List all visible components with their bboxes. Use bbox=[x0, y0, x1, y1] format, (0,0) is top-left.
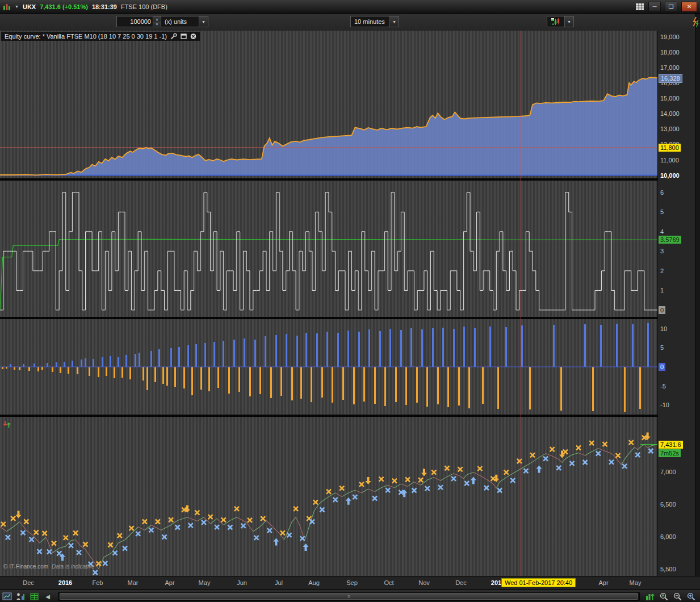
status-bar: ◀ ≡ bbox=[0, 590, 700, 602]
zoom-out-icon[interactable] bbox=[670, 591, 684, 601]
y-axis-tick: 18,000 bbox=[660, 49, 680, 56]
crosshair-price-badge: 11,800 bbox=[659, 144, 681, 152]
y-axis-tick: 5 bbox=[660, 208, 664, 215]
y-axis-tick: 15,000 bbox=[660, 95, 680, 102]
y-axis-tick: 4 bbox=[660, 228, 664, 235]
scroll-left-icon[interactable]: ◀ bbox=[41, 591, 55, 601]
indicator-value-badge: 3.5769 bbox=[659, 236, 681, 244]
time-scrollbar[interactable]: ≡ bbox=[58, 592, 640, 601]
y-axis-tick: 2 bbox=[660, 267, 664, 274]
market-name: FTSE 100 (DFB) bbox=[121, 3, 167, 10]
timeframe-label: 10 minutes bbox=[351, 16, 389, 27]
quantity-spinner: ▲ ▼ bbox=[153, 16, 161, 27]
indicative-note: Data is indicative bbox=[52, 563, 95, 570]
trading-platform-window: ▼ UKX 7,431.6 (+0.51%) 18:31:39 FTSE 100… bbox=[0, 0, 700, 602]
chart-toolbar: ▲ ▼ (x) units ▼ 10 minutes ▼ + bbox=[0, 14, 700, 31]
last-price-badge: 7,431.6 bbox=[659, 441, 683, 449]
chart-window-icon[interactable] bbox=[0, 591, 14, 601]
y-axis-tick: -10 bbox=[660, 402, 669, 408]
trade-gains-panel[interactable] bbox=[0, 319, 657, 415]
close-panel-icon[interactable] bbox=[190, 34, 196, 39]
x-axis-label: Jun bbox=[237, 579, 247, 586]
zoom-in-icon[interactable] bbox=[684, 591, 698, 601]
x-axis-label: Dec bbox=[455, 579, 467, 586]
quantity-up-button[interactable]: ▲ bbox=[153, 16, 161, 22]
workspace-grid-icon[interactable] bbox=[635, 3, 644, 11]
detach-window-icon[interactable] bbox=[181, 34, 187, 39]
zero-badge-gray: 0 bbox=[659, 306, 665, 314]
timeframe-select[interactable]: 10 minutes ▼ bbox=[350, 16, 399, 27]
equity-curve-plot bbox=[0, 31, 657, 178]
x-axis-label: Apr bbox=[598, 579, 608, 586]
zoom-auto-icon[interactable] bbox=[657, 591, 670, 601]
instrument-price-change: 7,431.6 (+0.51%) bbox=[40, 3, 88, 10]
maximize-button[interactable]: ❏ bbox=[665, 2, 677, 12]
quantity-control: ▲ ▼ bbox=[116, 16, 161, 27]
equity-panel-header: Equity curve: * Vanilla FTSE M10 (18 10 … bbox=[1, 32, 200, 41]
chart-style-caret[interactable]: ▼ bbox=[564, 16, 573, 27]
equity-panel-title: Equity curve: * Vanilla FTSE M10 (18 10 … bbox=[5, 33, 167, 40]
equity-last-value-badge: 16,328 bbox=[659, 74, 682, 83]
quantity-down-button[interactable]: ▼ bbox=[153, 22, 161, 27]
y-axis-tick: -5 bbox=[660, 383, 666, 390]
x-axis-label: Dec bbox=[23, 579, 34, 586]
y-axis-tick: 6,000 bbox=[660, 533, 676, 540]
fit-chart-icon[interactable] bbox=[643, 591, 657, 601]
right-scroll-strip[interactable] bbox=[695, 14, 700, 590]
x-axis-label: Jul bbox=[275, 579, 283, 586]
trade-gains-plot bbox=[0, 319, 657, 415]
position-size-panel[interactable] bbox=[0, 181, 657, 317]
chart-style-button[interactable]: + ▼ bbox=[547, 16, 574, 27]
data-provider-watermark: © IT-Finance.comData is indicative bbox=[3, 563, 95, 570]
y-axis-tick: 19,000 bbox=[660, 34, 680, 40]
y-axis-tick: 10,000 bbox=[660, 172, 680, 179]
minimize-button[interactable]: ─ bbox=[648, 2, 661, 12]
panel-separator[interactable] bbox=[0, 317, 700, 319]
y-axis-tick: 17,000 bbox=[660, 64, 680, 71]
chart-area: Equity curve: * Vanilla FTSE M10 (18 10 … bbox=[0, 31, 700, 576]
quotes-table-icon[interactable] bbox=[27, 591, 41, 601]
unit-mode-caret[interactable]: ▼ bbox=[199, 16, 208, 27]
timeframe-caret[interactable]: ▼ bbox=[389, 16, 399, 27]
y-axis-tick: 6,500 bbox=[660, 501, 676, 508]
streaming-status-icon[interactable] bbox=[692, 16, 699, 30]
x-axis-label: Oct bbox=[384, 579, 393, 586]
trade-arrows-icon[interactable] bbox=[3, 420, 11, 429]
panel-separator[interactable] bbox=[0, 178, 700, 181]
close-button[interactable]: ✕ bbox=[681, 2, 697, 12]
price-chart-panel[interactable] bbox=[0, 417, 657, 576]
instrument-chart-icon bbox=[3, 3, 11, 11]
y-axis-tick: 11,000 bbox=[660, 157, 679, 164]
y-axis-tick: 3 bbox=[660, 248, 664, 254]
x-axis-label: Apr bbox=[165, 579, 174, 586]
crosshair-vertical-line bbox=[521, 31, 521, 576]
x-axis-label: 2016 bbox=[58, 579, 72, 586]
clock: 18:31:39 bbox=[92, 3, 117, 10]
unit-mode-label: (x) units bbox=[161, 16, 199, 27]
wrench-icon[interactable] bbox=[170, 33, 177, 40]
quantity-input[interactable] bbox=[117, 16, 153, 27]
price-axis-column[interactable]: 19,00018,00017,00016,00015,00014,00013,0… bbox=[657, 31, 696, 576]
x-axis-label: Nov bbox=[418, 579, 430, 586]
y-axis-tick: 5,500 bbox=[660, 566, 676, 572]
portfolio-icon[interactable] bbox=[14, 591, 27, 601]
y-axis-tick: 1 bbox=[660, 287, 664, 294]
panel-separator[interactable] bbox=[0, 415, 700, 417]
unit-mode-select[interactable]: (x) units ▼ bbox=[161, 16, 208, 27]
x-axis-label: Feb bbox=[93, 579, 103, 586]
instrument-symbol: UKX bbox=[23, 3, 36, 10]
svg-text:+: + bbox=[552, 22, 554, 26]
x-axis-label: Sep bbox=[346, 579, 358, 586]
price-plot bbox=[0, 417, 657, 576]
title-bar: ▼ UKX 7,431.6 (+0.51%) 18:31:39 FTSE 100… bbox=[0, 0, 700, 14]
copyright-text: © IT-Finance.com bbox=[3, 563, 48, 570]
y-axis-tick: 13,000 bbox=[660, 126, 680, 132]
crosshair-date-tooltip: Wed 01-Feb-2017 20:40 bbox=[501, 578, 576, 587]
time-axis[interactable]: Wed 01-Feb-2017 20:40 Dec2016FebMarAprMa… bbox=[0, 576, 700, 590]
y-axis-tick: 14,000 bbox=[660, 110, 680, 117]
chart-style-icon: + bbox=[547, 16, 564, 27]
x-axis-label: May bbox=[630, 579, 642, 586]
time-scrollbar-thumb[interactable]: ≡ bbox=[60, 593, 638, 600]
equity-curve-panel[interactable] bbox=[0, 31, 657, 178]
instrument-dropdown-caret[interactable]: ▼ bbox=[15, 5, 19, 9]
